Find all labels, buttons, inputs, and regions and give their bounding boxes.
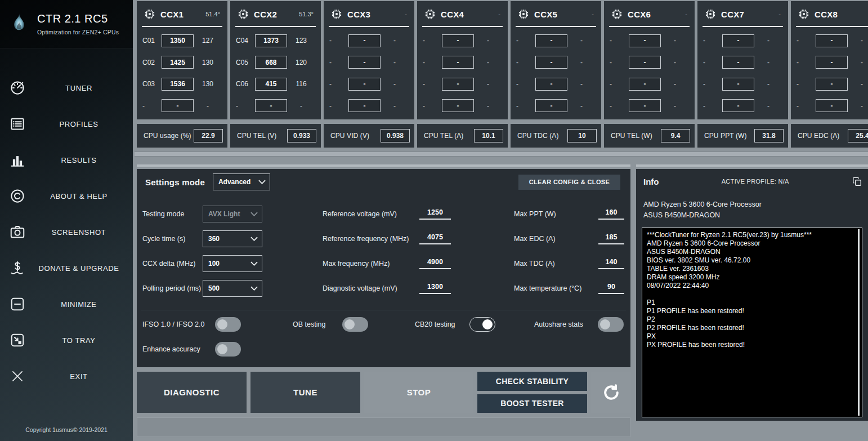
- settings-mode-title: Settings mode: [145, 177, 205, 187]
- ccx-delta-mhz-dropdown[interactable]: 100: [203, 255, 262, 272]
- stat-value: 0.938: [381, 129, 410, 142]
- max-tdc-a-input[interactable]: 140: [598, 258, 624, 269]
- core-frequency-input[interactable]: -: [255, 99, 287, 112]
- core-frequency-input[interactable]: -: [442, 34, 474, 47]
- diagnostic-button[interactable]: DIAGNOSTIC: [137, 372, 247, 413]
- camera-icon: [0, 224, 35, 240]
- sidebar-item-results[interactable]: RESULTS: [0, 142, 133, 178]
- core-frequency-input[interactable]: -: [535, 56, 567, 69]
- field-label: Max frequency (MHz): [323, 260, 419, 268]
- sidebar-item-screenshot[interactable]: SCREENSHOT: [0, 214, 133, 250]
- core-frequency-input[interactable]: -: [722, 56, 754, 69]
- sidebar-item-to-tray[interactable]: TO TRAY: [0, 322, 133, 358]
- core-frequency-input[interactable]: 1350: [162, 34, 194, 47]
- toggle-autoshare-stats[interactable]: [598, 317, 624, 332]
- sidebar-item-donate-upgrade[interactable]: DONATE & UPGRADE: [0, 250, 133, 286]
- reference-frequency-mhz-input[interactable]: 4075: [419, 233, 451, 244]
- core-frequency-input[interactable]: -: [816, 78, 848, 91]
- cycle-time-s-dropdown[interactable]: 360: [203, 230, 262, 247]
- core-frequency-input[interactable]: -: [629, 99, 661, 112]
- core-value: -: [381, 59, 409, 66]
- polling-period-ms-dropdown[interactable]: 500: [203, 280, 262, 297]
- sidebar-item-profiles[interactable]: PROFILES: [0, 106, 133, 142]
- testing-mode-dropdown[interactable]: AVX Light: [203, 206, 262, 222]
- sidebar-item-about-help[interactable]: ABOUT & HELP: [0, 178, 133, 214]
- ccx-title: CCX7: [721, 10, 744, 19]
- sidebar-item-minimize[interactable]: MINIMIZE: [0, 286, 133, 322]
- core-value: -: [194, 102, 222, 110]
- core-row: ---: [230, 95, 321, 117]
- max-temperature-c-input[interactable]: 90: [598, 283, 624, 294]
- toggle-ifso-1-0-ifso-2-0[interactable]: [215, 317, 241, 332]
- core-frequency-input[interactable]: -: [722, 78, 754, 91]
- horizontal-splitter[interactable]: [135, 152, 868, 157]
- core-frequency-input[interactable]: -: [442, 78, 474, 91]
- core-row: ---: [324, 52, 414, 74]
- boost-tester-button[interactable]: BOOST TESTER: [477, 394, 587, 413]
- diagnostic-voltage-mv-input[interactable]: 1300: [419, 283, 451, 294]
- field-label: Testing mode: [142, 210, 203, 218]
- core-frequency-input[interactable]: -: [629, 34, 661, 47]
- core-frequency-input[interactable]: -: [162, 99, 194, 112]
- core-frequency-input[interactable]: 415: [255, 78, 287, 91]
- core-frequency-input[interactable]: -: [816, 34, 848, 47]
- core-frequency-input[interactable]: -: [722, 99, 754, 112]
- core-frequency-input[interactable]: -: [348, 34, 381, 47]
- core-frequency-input[interactable]: -: [629, 78, 661, 91]
- ccx-header: CCX251.3°: [230, 1, 321, 21]
- core-frequency-input[interactable]: 668: [255, 56, 287, 69]
- cpu-chip-icon: [330, 8, 343, 20]
- sidebar-item-label: TUNER: [35, 84, 133, 92]
- core-value: -: [848, 80, 868, 88]
- settings-mode-dropdown[interactable]: Advanced: [213, 173, 270, 190]
- max-ppt-w-input[interactable]: 160: [598, 208, 624, 220]
- sidebar-item-label: TO TRAY: [35, 336, 133, 345]
- max-edc-a-input[interactable]: 185: [598, 233, 624, 244]
- reference-voltage-mv-input[interactable]: 1250: [419, 208, 451, 220]
- core-frequency-input[interactable]: -: [816, 56, 848, 69]
- log-scrollbar[interactable]: [858, 229, 860, 416]
- stat-cpu-tel-a: CPU TEL (A)10.1: [417, 124, 508, 148]
- core-label: -: [329, 59, 348, 66]
- ccx-title: CCX5: [534, 10, 557, 19]
- toggle-cb20-testing[interactable]: [469, 317, 495, 332]
- app-titles: CTR 2.1 RC5 Optimization for ZEN2+ CPUs: [37, 12, 119, 35]
- stat-cpu-tdc-a: CPU TDC (A)10: [511, 124, 601, 148]
- check-stability-button[interactable]: CHECK STABILITY: [477, 372, 587, 391]
- sidebar-item-exit[interactable]: EXIT: [0, 358, 133, 394]
- core-row: C011350127: [137, 30, 227, 52]
- core-frequency-input[interactable]: -: [348, 78, 381, 91]
- copy-log-icon[interactable]: [852, 176, 862, 187]
- restart-button[interactable]: [591, 372, 631, 413]
- core-value: -: [567, 59, 596, 66]
- core-row: ---: [791, 52, 868, 74]
- core-row: C041373123: [230, 30, 321, 52]
- cpu-chip-icon: [424, 8, 436, 20]
- ccx-header: CCX151.4°: [137, 1, 227, 21]
- stop-button[interactable]: STOP: [364, 372, 473, 413]
- log-console[interactable]: ***ClockTuner for Ryzen 2.1 RC5(ver.23) …: [642, 228, 862, 417]
- toggle-enhance-accuracy[interactable]: [215, 342, 241, 357]
- core-label: -: [610, 37, 629, 44]
- core-frequency-input[interactable]: -: [442, 56, 474, 69]
- sidebar-item-tuner[interactable]: TUNER: [0, 70, 133, 106]
- max-frequency-mhz-input[interactable]: 4900: [419, 258, 451, 269]
- core-frequency-input[interactable]: -: [629, 56, 661, 69]
- tune-button[interactable]: TUNE: [250, 372, 360, 413]
- core-frequency-input[interactable]: -: [535, 34, 567, 47]
- core-frequency-input[interactable]: -: [722, 34, 754, 47]
- clear-config-button[interactable]: CLEAR CONFIG & CLOSE: [518, 175, 620, 190]
- core-value: 116: [287, 80, 315, 88]
- ccx-title: CCX2: [254, 10, 277, 19]
- core-frequency-input[interactable]: 1536: [162, 78, 194, 91]
- core-frequency-input[interactable]: -: [348, 99, 381, 112]
- core-frequency-input[interactable]: 1373: [255, 34, 287, 47]
- core-frequency-input[interactable]: 1425: [162, 56, 194, 69]
- core-frequency-input[interactable]: -: [816, 99, 848, 112]
- core-frequency-input[interactable]: -: [442, 99, 474, 112]
- core-frequency-input[interactable]: -: [535, 99, 567, 112]
- sidebar-menu: TUNERPROFILESRESULTSABOUT & HELPSCREENSH…: [0, 70, 133, 394]
- core-frequency-input[interactable]: -: [348, 56, 381, 69]
- toggle-ob-testing[interactable]: [342, 317, 368, 332]
- core-frequency-input[interactable]: -: [535, 78, 567, 91]
